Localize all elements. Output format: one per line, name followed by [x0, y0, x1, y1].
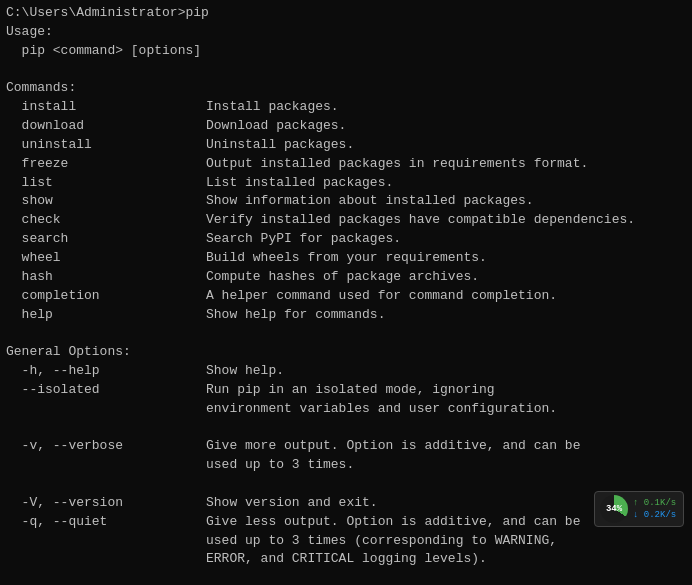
command-row: installInstall packages. — [6, 98, 686, 117]
cpu-percent: 34% — [606, 504, 622, 514]
blank-line — [6, 475, 686, 494]
cpu-circle: 34% — [600, 495, 628, 523]
command-row: hashCompute hashes of package archives. — [6, 268, 686, 287]
commands-header: Commands: — [6, 79, 686, 98]
prompt-line: C:\Users\Administrator>pip — [6, 4, 686, 23]
option-row: environment variables and user configura… — [6, 400, 686, 419]
upload-stat: 0.1K/s — [633, 498, 676, 508]
terminal-window: C:\Users\Administrator>pip Usage: pip <c… — [0, 0, 692, 585]
option-row: used up to 3 times. — [6, 456, 686, 475]
commands-list: installInstall packages. downloadDownloa… — [6, 98, 686, 324]
option-row: --isolatedRun pip in an isolated mode, i… — [6, 381, 686, 400]
option-row: -V, --versionShow version and exit. — [6, 494, 686, 513]
command-row: listList installed packages. — [6, 174, 686, 193]
option-row: used up to 3 times (corresponding to WAR… — [6, 532, 686, 551]
option-row: -h, --helpShow help. — [6, 362, 686, 381]
usage-cmd: pip <command> [options] — [6, 42, 686, 61]
command-row: searchSearch PyPI for packages. — [6, 230, 686, 249]
usage-header: Usage: — [6, 23, 686, 42]
blank2 — [6, 324, 686, 343]
command-row: wheelBuild wheels from your requirements… — [6, 249, 686, 268]
general-options-header: General Options: — [6, 343, 686, 362]
command-row: completionA helper command used for comm… — [6, 287, 686, 306]
network-widget: 34% 0.1K/s 0.2K/s — [594, 491, 684, 527]
command-row: downloadDownload packages. — [6, 117, 686, 136]
command-row: helpShow help for commands. — [6, 306, 686, 325]
command-row: showShow information about installed pac… — [6, 192, 686, 211]
options-list: -h, --helpShow help. --isolatedRun pip i… — [6, 362, 686, 585]
option-row: -v, --verboseGive more output. Option is… — [6, 437, 686, 456]
blank — [6, 61, 686, 80]
command-row: uninstallUninstall packages. — [6, 136, 686, 155]
command-row: checkVerify installed packages have comp… — [6, 211, 686, 230]
option-row: -q, --quietGive less output. Option is a… — [6, 513, 686, 532]
blank-line — [6, 419, 686, 438]
option-row: ERROR, and CRITICAL logging levels). — [6, 550, 686, 569]
blank-line — [6, 569, 686, 585]
net-stats: 0.1K/s 0.2K/s — [633, 498, 676, 520]
command-row: freezeOutput installed packages in requi… — [6, 155, 686, 174]
download-stat: 0.2K/s — [633, 510, 676, 520]
